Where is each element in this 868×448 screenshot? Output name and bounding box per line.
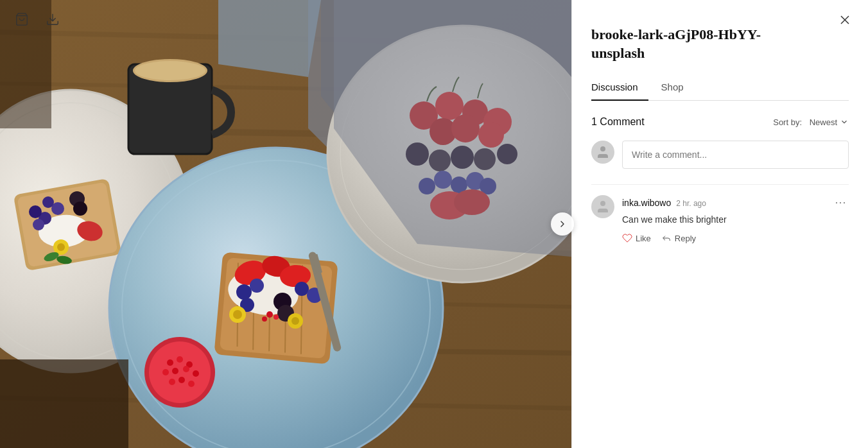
sort-control[interactable]: Sort by: Newest xyxy=(773,117,849,127)
comment-text: Can we make this brighter xyxy=(622,213,849,227)
svg-rect-99 xyxy=(0,359,128,448)
comment-input[interactable] xyxy=(622,141,849,169)
svg-point-23 xyxy=(33,219,44,230)
close-button[interactable] xyxy=(835,10,855,30)
user-icon xyxy=(595,144,611,160)
shopping-bag-icon xyxy=(15,12,29,26)
tab-shop[interactable]: Shop xyxy=(661,75,694,100)
svg-point-49 xyxy=(250,279,264,293)
image-area xyxy=(0,0,571,448)
food-scene-svg xyxy=(0,0,571,448)
svg-point-95 xyxy=(193,370,199,377)
right-panel: brooke-lark-aGjP08-HbYY- unsplash Discus… xyxy=(571,0,868,448)
comment-time: 2 hr. ago xyxy=(676,199,706,208)
toolbar xyxy=(0,0,868,39)
svg-point-57 xyxy=(262,316,267,322)
download-icon-button[interactable] xyxy=(44,10,62,28)
svg-point-102 xyxy=(600,201,605,206)
sort-label: Sort by: xyxy=(773,117,802,127)
svg-point-98 xyxy=(188,381,195,387)
comment-meta: inka.wibowo 2 hr. ago ⋯ xyxy=(622,195,849,209)
chevron-down-icon xyxy=(840,117,849,126)
svg-point-92 xyxy=(162,369,169,375)
svg-point-21 xyxy=(42,196,54,208)
svg-point-94 xyxy=(183,366,189,372)
svg-point-34 xyxy=(135,61,205,80)
toolbar-left-actions xyxy=(13,10,62,28)
current-user-avatar xyxy=(591,141,614,164)
like-button[interactable]: Like xyxy=(622,233,651,243)
tabs-bar: Discussion Shop xyxy=(591,75,849,101)
svg-point-101 xyxy=(600,146,605,151)
next-image-button[interactable] xyxy=(551,212,574,236)
svg-point-96 xyxy=(169,379,175,385)
comment-author: inka.wibowo xyxy=(622,198,671,208)
comment-row: inka.wibowo 2 hr. ago ⋯ Can we make this… xyxy=(591,195,849,243)
svg-point-89 xyxy=(167,359,173,366)
svg-point-65 xyxy=(291,317,299,325)
svg-point-93 xyxy=(172,368,178,374)
svg-point-56 xyxy=(273,314,279,320)
comment-actions: Like Reply xyxy=(622,233,849,243)
comments-header: 1 Comment Sort by: Newest xyxy=(591,116,849,128)
divider xyxy=(591,184,849,185)
svg-point-55 xyxy=(266,311,273,318)
comment-input-row xyxy=(591,141,849,169)
comments-count: 1 Comment xyxy=(591,116,645,128)
close-icon xyxy=(837,12,853,28)
svg-point-25 xyxy=(73,202,87,216)
like-label: Like xyxy=(636,234,651,243)
svg-point-48 xyxy=(236,284,252,300)
comment-body: inka.wibowo 2 hr. ago ⋯ Can we make this… xyxy=(622,195,849,243)
main-image xyxy=(0,0,571,448)
commenter-avatar xyxy=(591,195,614,218)
svg-point-28 xyxy=(57,243,65,251)
chevron-right-icon xyxy=(557,219,568,229)
reply-button[interactable]: Reply xyxy=(661,233,696,243)
svg-point-90 xyxy=(177,356,183,363)
photo-title-line2: unsplash xyxy=(591,45,645,61)
svg-point-50 xyxy=(295,282,309,296)
reply-label: Reply xyxy=(675,234,696,243)
heart-icon xyxy=(622,233,632,243)
svg-point-88 xyxy=(149,341,211,403)
commenter-user-icon xyxy=(595,199,611,214)
svg-point-97 xyxy=(178,377,185,383)
svg-point-22 xyxy=(29,205,42,218)
svg-point-63 xyxy=(233,310,242,319)
reply-icon xyxy=(661,233,672,243)
sort-value: Newest xyxy=(810,117,837,127)
download-icon xyxy=(46,12,60,26)
cart-icon-button[interactable] xyxy=(13,10,31,28)
comment-options-button[interactable]: ⋯ xyxy=(832,195,849,209)
tab-discussion[interactable]: Discussion xyxy=(591,75,648,100)
